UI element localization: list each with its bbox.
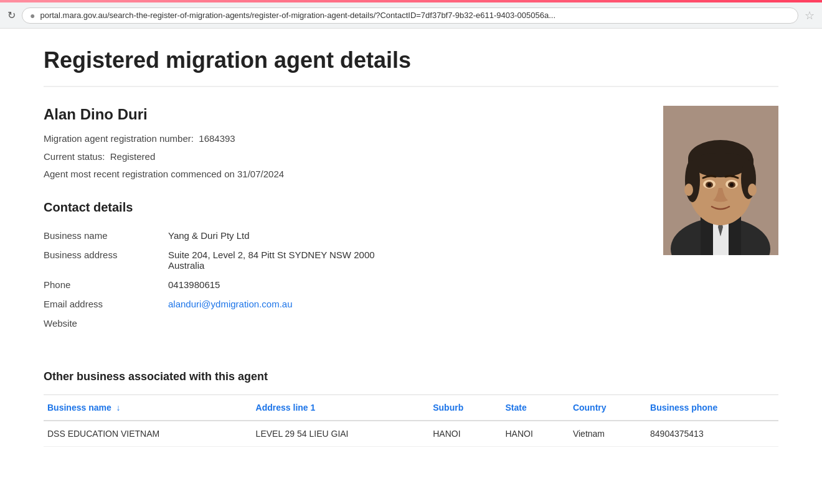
agent-info: Alan Dino Duri Migration agent registrat… bbox=[44, 106, 638, 352]
cell-business-name: DSS EDUCATION VIETNAM bbox=[44, 421, 250, 447]
table-row: DSS EDUCATION VIETNAM LEVEL 29 54 LIEU G… bbox=[44, 421, 778, 447]
contact-details-section: Contact details Business name Yang & Dur… bbox=[44, 200, 638, 333]
recent-registration: Agent most recent registration commenced… bbox=[44, 167, 638, 182]
contact-value-email: alanduri@ydmigration.com.au bbox=[168, 294, 638, 314]
contact-label-email: Email address bbox=[44, 294, 168, 314]
contact-label-website: Website bbox=[44, 314, 168, 333]
sort-arrow-business-name: ↓ bbox=[116, 403, 121, 413]
contact-details-title: Contact details bbox=[44, 200, 638, 215]
registration-value: 1684393 bbox=[199, 133, 235, 144]
status-value: Registered bbox=[110, 151, 156, 162]
cell-suburb: HANOI bbox=[427, 421, 499, 447]
cell-business-phone: 84904375413 bbox=[644, 421, 778, 447]
agent-photo-svg bbox=[663, 106, 778, 255]
business-table-header-row: Business name ↓ Address line 1 Suburb St… bbox=[44, 394, 778, 421]
registration-label: Migration agent registration number: bbox=[44, 133, 194, 144]
page-title: Registered migration agent details bbox=[44, 47, 778, 87]
col-header-business-phone: Business phone bbox=[644, 394, 778, 421]
cell-country: Vietnam bbox=[567, 421, 644, 447]
agent-card: Alan Dino Duri Migration agent registrat… bbox=[44, 106, 778, 352]
page-content: Registered migration agent details Alan … bbox=[0, 29, 822, 472]
url-text: portal.mara.gov.au/search-the-register-o… bbox=[40, 11, 790, 20]
cell-state: HANOI bbox=[499, 421, 566, 447]
agent-photo bbox=[663, 106, 778, 255]
contact-value-business-name: Yang & Duri Pty Ltd bbox=[168, 226, 638, 245]
agent-meta: Migration agent registration number: 168… bbox=[44, 132, 638, 182]
col-label-address-line-1: Address line 1 bbox=[256, 403, 316, 413]
contact-table: Business name Yang & Duri Pty Ltd Busine… bbox=[44, 226, 638, 333]
svg-point-16 bbox=[707, 183, 711, 187]
contact-value-website bbox=[168, 314, 638, 333]
reload-button[interactable]: ↻ bbox=[7, 9, 16, 21]
contact-row-phone: Phone 0413980615 bbox=[44, 275, 638, 294]
other-business-title: Other business associated with this agen… bbox=[44, 370, 778, 383]
email-link[interactable]: alanduri@ydmigration.com.au bbox=[168, 299, 293, 309]
agent-name: Alan Dino Duri bbox=[44, 106, 638, 123]
current-status: Current status: Registered bbox=[44, 150, 638, 164]
browser-chrome: ↻ ● portal.mara.gov.au/search-the-regist… bbox=[0, 2, 822, 29]
col-label-business-name: Business name bbox=[47, 403, 111, 413]
col-header-suburb: Suburb bbox=[427, 394, 499, 421]
contact-value-phone: 0413980615 bbox=[168, 275, 638, 294]
other-business-section: Other business associated with this agen… bbox=[44, 370, 778, 447]
col-header-address-line-1: Address line 1 bbox=[250, 394, 427, 421]
col-label-country: Country bbox=[573, 403, 607, 413]
bookmark-icon[interactable]: ☆ bbox=[805, 9, 815, 22]
svg-point-19 bbox=[748, 184, 757, 196]
status-label: Current status: bbox=[44, 151, 105, 162]
contact-row-website: Website bbox=[44, 314, 638, 333]
contact-row-business-name: Business name Yang & Duri Pty Ltd bbox=[44, 226, 638, 245]
contact-label-phone: Phone bbox=[44, 275, 168, 294]
contact-label-business-name: Business name bbox=[44, 226, 168, 245]
business-table-body: DSS EDUCATION VIETNAM LEVEL 29 54 LIEU G… bbox=[44, 421, 778, 447]
business-table: Business name ↓ Address line 1 Suburb St… bbox=[44, 394, 778, 447]
svg-point-10 bbox=[685, 159, 700, 202]
svg-point-17 bbox=[730, 183, 734, 187]
contact-row-email: Email address alanduri@ydmigration.com.a… bbox=[44, 294, 638, 314]
col-label-state: State bbox=[505, 403, 526, 413]
contact-value-business-address: Suite 204, Level 2, 84 Pitt St SYDNEY NS… bbox=[168, 245, 638, 275]
registration-number: Migration agent registration number: 168… bbox=[44, 132, 638, 146]
business-table-head: Business name ↓ Address line 1 Suburb St… bbox=[44, 394, 778, 421]
cell-address-line-1: LEVEL 29 54 LIEU GIAI bbox=[250, 421, 427, 447]
security-icon: ● bbox=[30, 11, 35, 21]
col-header-business-name[interactable]: Business name ↓ bbox=[44, 394, 250, 421]
contact-row-business-address: Business address Suite 204, Level 2, 84 … bbox=[44, 245, 638, 275]
col-label-suburb: Suburb bbox=[433, 403, 463, 413]
svg-point-18 bbox=[684, 184, 693, 196]
contact-label-business-address: Business address bbox=[44, 245, 168, 275]
col-label-business-phone: Business phone bbox=[650, 403, 717, 413]
col-header-state: State bbox=[499, 394, 566, 421]
url-bar[interactable]: ● portal.mara.gov.au/search-the-register… bbox=[22, 7, 798, 24]
col-header-country: Country bbox=[567, 394, 644, 421]
